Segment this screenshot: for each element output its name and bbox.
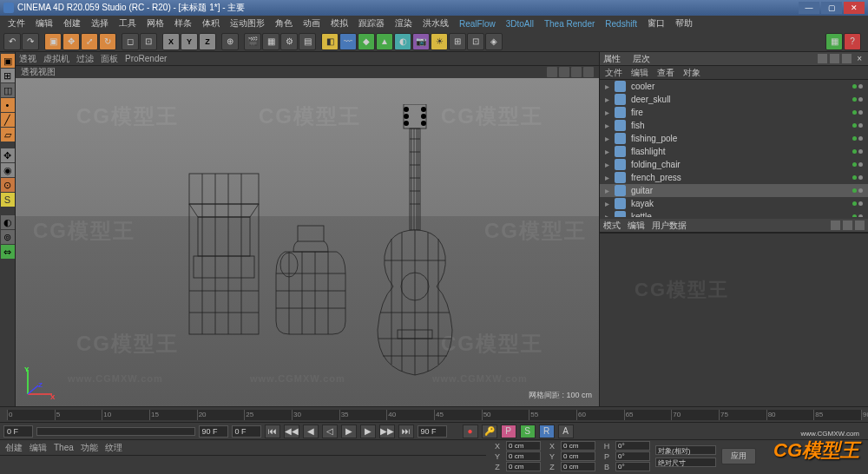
undo-button[interactable]: ↶ [3, 33, 21, 50]
layout-menu[interactable]: ▦ [825, 33, 843, 50]
snap-icon[interactable]: ⊙ [1, 178, 15, 192]
mat-tab-create[interactable]: 创建 [5, 442, 23, 454]
menu-animation[interactable]: 动画 [299, 17, 325, 30]
vp-nav-pan[interactable] [547, 67, 557, 77]
render-settings[interactable]: ⚙ [280, 33, 298, 50]
coord-y[interactable]: 0 cm [506, 451, 541, 461]
workplane-icon[interactable]: ◫ [1, 83, 15, 97]
render-region[interactable]: ▦ [262, 33, 279, 50]
mat-tab-func[interactable]: 功能 [81, 442, 98, 454]
edge-mode-icon[interactable]: ╱ [1, 113, 15, 127]
menu-tracker[interactable]: 跟踪器 [354, 17, 389, 30]
add-field[interactable]: ⊡ [467, 33, 484, 50]
snap-settings-icon[interactable]: S [1, 193, 15, 207]
object-row-folding_chair[interactable]: ▸folding_chair [600, 158, 868, 171]
vp-menu-display[interactable]: 过滤 [76, 53, 94, 65]
poly-mode-icon[interactable]: ▱ [1, 128, 15, 142]
scale-tool[interactable]: ⤢ [81, 33, 98, 50]
symmetry-icon[interactable]: ⇔ [1, 245, 15, 259]
rp-menu-icon[interactable] [830, 54, 839, 63]
point-mode-icon[interactable]: • [1, 98, 15, 112]
key-pos-button[interactable]: P [501, 425, 516, 438]
menu-mesh[interactable]: 网格 [142, 17, 168, 30]
vp-nav-zoom[interactable] [559, 67, 569, 77]
apply-button[interactable]: 应用 [721, 448, 756, 464]
tweak-icon[interactable]: ⊚ [1, 230, 15, 244]
size-mode[interactable]: 绝对尺寸 [655, 458, 716, 467]
obj-tab-edit[interactable]: 编辑 [631, 67, 648, 79]
object-row-french_press[interactable]: ▸french_press [600, 171, 868, 184]
obj-tab-view[interactable]: 查看 [657, 67, 674, 79]
vp-menu-filter[interactable]: ProRender [125, 54, 167, 63]
rp-lock-icon[interactable] [842, 54, 852, 63]
menu-simulate[interactable]: 模拟 [326, 17, 352, 30]
soft-select-icon[interactable]: ◐ [1, 215, 15, 229]
key-param-button[interactable]: A [558, 425, 574, 438]
goto-start-button[interactable]: ⏮ [265, 425, 280, 438]
next-key-button[interactable]: ▶▶ [379, 425, 395, 438]
redo-button[interactable]: ↷ [22, 33, 39, 50]
coord-system[interactable]: ⊕ [221, 33, 239, 50]
object-row-fishing_pole[interactable]: ▸fishing_pole [600, 132, 868, 145]
coord-z[interactable]: 0 cm [506, 462, 541, 471]
attr-prev-icon[interactable] [831, 221, 840, 230]
end-frame-input[interactable]: 90 F [199, 425, 228, 438]
menu-mograph[interactable]: 运动图形 [226, 17, 269, 30]
current-frame-input[interactable]: 0 F [232, 425, 261, 438]
render-view[interactable]: 🎬 [244, 33, 261, 50]
timeline-track[interactable]: 051015202530354045505560657075808590 [7, 410, 861, 420]
vp-nav-rotate[interactable] [571, 67, 582, 77]
object-row-deer_skull[interactable]: ▸deer_skull [600, 93, 868, 106]
menu-window[interactable]: 窗口 [643, 17, 669, 30]
menu-edit[interactable]: 编辑 [31, 17, 57, 30]
mat-tab-thea[interactable]: Thea [54, 443, 74, 452]
menu-thea[interactable]: Thea Render [540, 19, 599, 29]
add-light[interactable]: ☀ [431, 33, 448, 50]
vp-menu-options[interactable]: 面板 [101, 53, 118, 65]
axis-x-toggle[interactable]: X [162, 33, 180, 50]
start-frame-input[interactable]: 0 F [3, 425, 33, 438]
prev-frame-button[interactable]: ◀ [303, 425, 319, 438]
move-tool[interactable]: ✥ [62, 33, 80, 50]
key-scale-button[interactable]: S [520, 425, 536, 438]
object-row-cooler[interactable]: ▸cooler [600, 80, 868, 93]
menu-spline[interactable]: 样条 [170, 17, 196, 30]
render-picture[interactable]: ▤ [299, 33, 316, 50]
object-row-fish[interactable]: ▸fish [600, 119, 868, 132]
help-button[interactable]: ? [844, 33, 861, 50]
coord-mode[interactable]: 对象(相对) [655, 445, 716, 455]
add-spline[interactable]: 〰 [339, 33, 357, 50]
menu-select[interactable]: 选择 [87, 17, 113, 30]
material-manager[interactable] [0, 455, 486, 474]
menu-file[interactable]: 文件 [3, 17, 30, 30]
next-frame-button[interactable]: ▶ [360, 425, 376, 438]
select-tool[interactable]: ▣ [44, 33, 62, 50]
size-x[interactable]: 0 cm [561, 441, 595, 451]
minimize-button[interactable]: — [799, 2, 819, 14]
object-manager[interactable]: ▸cooler▸deer_skull▸fire▸fish▸fishing_pol… [600, 80, 868, 217]
record-button[interactable]: ● [463, 425, 478, 438]
attr-tab-user[interactable]: 用户数据 [652, 220, 687, 232]
enable-axis-icon[interactable]: ✥ [1, 148, 15, 162]
size-z[interactable]: 0 cm [561, 462, 595, 471]
key-rot-button[interactable]: R [539, 425, 555, 438]
menu-redshift[interactable]: Redshift [601, 19, 641, 29]
vp-nav-toggle[interactable] [583, 67, 594, 77]
rp-pin-icon[interactable] [818, 54, 827, 63]
range-slider[interactable] [36, 427, 195, 436]
selection-rect[interactable]: ◻ [122, 33, 139, 50]
3d-viewport[interactable]: CG模型王 CG模型王 CG模型王 CG模型王 CG模型王 CG模型王 CG模型… [16, 78, 599, 406]
add-cube[interactable]: ◧ [321, 33, 339, 50]
coord-x[interactable]: 0 cm [506, 441, 541, 451]
mat-tab-edit[interactable]: 编辑 [30, 442, 47, 454]
close-button[interactable]: ✕ [844, 2, 865, 14]
attr-tab-edit[interactable]: 编辑 [628, 220, 645, 232]
axis-z-toggle[interactable]: Z [199, 33, 216, 50]
menu-help[interactable]: 帮助 [671, 17, 697, 30]
add-environment[interactable]: ◐ [394, 33, 411, 50]
last-tool[interactable]: ⊡ [140, 33, 157, 50]
menu-create[interactable]: 创建 [59, 17, 85, 30]
prev-key-button[interactable]: ◀◀ [284, 425, 299, 438]
autokey-button[interactable]: 🔑 [482, 425, 497, 438]
rot-p[interactable]: 0° [615, 451, 650, 461]
